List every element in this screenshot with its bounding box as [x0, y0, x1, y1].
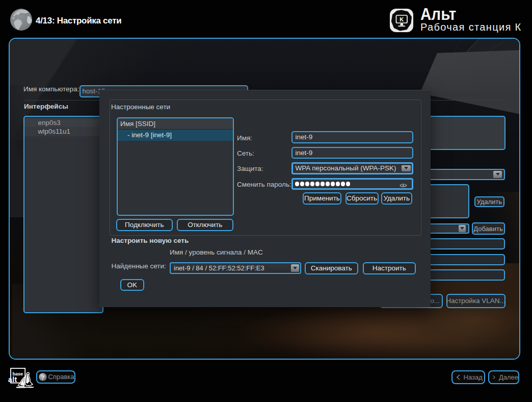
svg-text:alt: alt: [8, 375, 17, 384]
svg-text:K: K: [400, 16, 404, 22]
svg-text:?: ?: [41, 373, 44, 381]
